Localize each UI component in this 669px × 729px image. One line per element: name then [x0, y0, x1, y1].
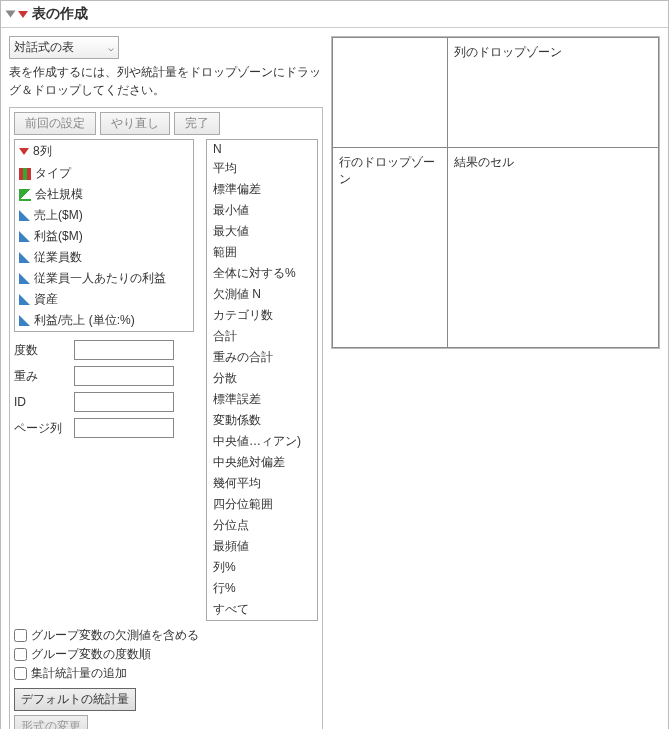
- redo-button[interactable]: やり直し: [100, 112, 170, 135]
- tri-icon: [19, 294, 30, 305]
- instruction-text: 表を作成するには、列や統計量をドロップゾーンにドラッグ＆ドロップしてください。: [9, 63, 323, 99]
- column-label: 従業員数: [34, 249, 82, 266]
- column-label: 売上($M): [34, 207, 83, 224]
- freq-label: 度数: [14, 342, 74, 359]
- hotspot-icon: [19, 148, 29, 155]
- stat-item[interactable]: 四分位範囲: [207, 494, 317, 515]
- stat-item[interactable]: 分位点: [207, 515, 317, 536]
- stats-list: N平均標準偏差最小値最大値範囲全体に対する%欠測値 Nカテゴリ数合計重みの合計分…: [206, 139, 318, 621]
- title-bar: 表の作成: [1, 1, 668, 28]
- stat-item[interactable]: 全体に対する%: [207, 263, 317, 284]
- stat-item[interactable]: 最小値: [207, 200, 317, 221]
- stat-item[interactable]: 欠測値 N: [207, 284, 317, 305]
- table-type-dropdown[interactable]: 対話式の表 ⌵: [9, 36, 119, 59]
- stat-item[interactable]: 範囲: [207, 242, 317, 263]
- freq-input[interactable]: [74, 340, 174, 360]
- stat-item[interactable]: 行%: [207, 578, 317, 599]
- column-item[interactable]: タイプ: [15, 163, 193, 184]
- stat-item[interactable]: 標準誤差: [207, 389, 317, 410]
- column-item[interactable]: 利益/売上 (単位:%): [15, 310, 193, 331]
- stat-item[interactable]: N: [207, 140, 317, 158]
- column-item[interactable]: 資産: [15, 289, 193, 310]
- done-button[interactable]: 完了: [174, 112, 220, 135]
- column-label: 利益/売上 (単位:%): [34, 312, 135, 329]
- column-label: 資産: [34, 291, 58, 308]
- stat-item[interactable]: 最頻値: [207, 536, 317, 557]
- tri-icon: [19, 252, 30, 263]
- page-input[interactable]: [74, 418, 174, 438]
- stat-item[interactable]: 平均: [207, 158, 317, 179]
- prev-settings-button[interactable]: 前回の設定: [14, 112, 96, 135]
- column-item[interactable]: 利益($M): [15, 226, 193, 247]
- step-icon: [19, 189, 31, 201]
- tri-icon: [19, 231, 30, 242]
- corner-cell[interactable]: [333, 38, 448, 148]
- column-label: 従業員一人あたりの利益: [34, 270, 166, 287]
- hotspot-icon[interactable]: [18, 11, 28, 18]
- column-item[interactable]: 従業員一人あたりの利益: [15, 268, 193, 289]
- stat-item[interactable]: 標準偏差: [207, 179, 317, 200]
- stat-item[interactable]: 列%: [207, 557, 317, 578]
- freq-order-check[interactable]: グループ変数の度数順: [14, 646, 318, 663]
- stat-item[interactable]: 変動係数: [207, 410, 317, 431]
- column-label: 会社規模: [35, 186, 83, 203]
- stat-item[interactable]: 中央絶対偏差: [207, 452, 317, 473]
- tri-icon: [19, 273, 30, 284]
- stat-item[interactable]: すべて: [207, 599, 317, 620]
- page-label: ページ列: [14, 420, 74, 437]
- drop-zone-grid: 列のドロップゾーン 行のドロップゾーン 結果のセル: [331, 36, 660, 349]
- disclosure-icon[interactable]: [6, 11, 16, 18]
- columns-list: 8列 タイプ会社規模売上($M)利益($M)従業員数従業員一人あたりの利益資産利…: [14, 139, 194, 332]
- column-item[interactable]: 会社規模: [15, 184, 193, 205]
- dropdown-value: 対話式の表: [14, 39, 74, 56]
- default-stats-button[interactable]: デフォルトの統計量: [14, 688, 136, 711]
- change-format-button[interactable]: 形式の変更: [14, 715, 88, 729]
- panel-title: 表の作成: [32, 5, 88, 23]
- tri-icon: [19, 315, 30, 326]
- row-drop-zone[interactable]: 行のドロップゾーン: [333, 148, 448, 348]
- column-label: 利益($M): [34, 228, 83, 245]
- column-label: タイプ: [35, 165, 71, 182]
- stat-item[interactable]: 最大値: [207, 221, 317, 242]
- config-panel: 前回の設定 やり直し 完了 8列 タイプ会社規模売上($M)利益($M)従業員数…: [9, 107, 323, 729]
- id-input[interactable]: [74, 392, 174, 412]
- stat-item[interactable]: 幾何平均: [207, 473, 317, 494]
- bars-icon: [19, 168, 31, 180]
- stat-item[interactable]: カテゴリ数: [207, 305, 317, 326]
- chevron-down-icon: ⌵: [108, 42, 114, 53]
- weight-input[interactable]: [74, 366, 174, 386]
- add-stats-check[interactable]: 集計統計量の追加: [14, 665, 318, 682]
- id-label: ID: [14, 395, 74, 409]
- stat-item[interactable]: 分散: [207, 368, 317, 389]
- stat-item[interactable]: 中央値…ィアン): [207, 431, 317, 452]
- stat-item[interactable]: 合計: [207, 326, 317, 347]
- weight-label: 重み: [14, 368, 74, 385]
- result-cell[interactable]: 結果のセル: [448, 148, 659, 348]
- column-item[interactable]: 従業員数: [15, 247, 193, 268]
- stat-item[interactable]: 重みの合計: [207, 347, 317, 368]
- tri-icon: [19, 210, 30, 221]
- columns-header[interactable]: 8列: [15, 140, 193, 163]
- include-missing-check[interactable]: グループ変数の欠測値を含める: [14, 627, 318, 644]
- column-item[interactable]: 売上($M): [15, 205, 193, 226]
- column-drop-zone[interactable]: 列のドロップゾーン: [448, 38, 659, 148]
